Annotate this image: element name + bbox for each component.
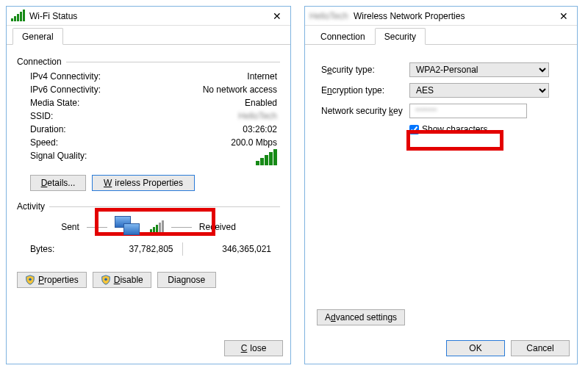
row-media-state: Media State: Enabled	[17, 96, 280, 109]
activity-bars-icon	[150, 222, 164, 232]
encryption-type-select[interactable]: AES	[409, 83, 549, 98]
wireless-properties-window: HelloTech Wireless Network Properties ✕ …	[304, 6, 578, 364]
properties-button[interactable]: Properties	[17, 272, 87, 288]
title-bar: HelloTech Wireless Network Properties ✕	[305, 7, 577, 26]
cancel-button[interactable]: Cancel	[511, 340, 570, 356]
connection-button-row: Details... Wireless Properties	[17, 175, 280, 191]
wireless-properties-button[interactable]: Wireless Properties	[92, 175, 195, 191]
close-button[interactable]: Close	[224, 340, 283, 356]
activity-graphic: Sent Received	[17, 216, 280, 238]
row-ipv6: IPv6 Connectivity: No network access	[17, 83, 280, 96]
security-type-select[interactable]: WPA2-Personal	[409, 62, 549, 77]
status-footer: Close	[7, 336, 290, 364]
window-title: Wi-Fi Status	[29, 11, 268, 21]
line-icon	[171, 227, 192, 228]
shield-icon	[101, 275, 111, 285]
window-title: HelloTech Wireless Network Properties	[309, 11, 555, 21]
close-icon[interactable]: ✕	[268, 10, 286, 22]
wifi-status-window: Wi-Fi Status ✕ General Connection IPv4 C…	[6, 6, 291, 364]
svg-point-1	[104, 278, 107, 281]
tab-security[interactable]: Security	[375, 28, 426, 45]
row-show-characters: Show characters	[317, 123, 565, 136]
tab-strip: Connection Security	[305, 26, 577, 45]
signal-quality-icon	[256, 151, 277, 165]
section-connection: Connection	[17, 57, 280, 67]
line-icon	[87, 227, 107, 228]
shield-icon	[25, 275, 35, 285]
activity-received-label: Received	[199, 222, 236, 232]
separator	[182, 242, 183, 256]
bottom-button-row: Properties Disable Diagnose	[17, 272, 280, 288]
row-signal-quality: Signal Quality:	[17, 149, 280, 169]
wifi-signal-icon	[11, 11, 25, 21]
details-button[interactable]: Details...	[30, 175, 86, 191]
row-security-type: Security type: WPA2-Personal	[317, 61, 565, 79]
row-encryption-type: Encryption type: AES	[317, 82, 565, 99]
row-ssid: SSID: HelloTech	[17, 109, 280, 123]
props-footer: OK Cancel	[305, 336, 577, 364]
section-activity: Activity	[17, 201, 280, 212]
bytes-received-value: 346,365,021	[187, 244, 275, 254]
row-speed: Speed: 200.0 Mbps	[17, 136, 280, 149]
disable-button[interactable]: Disable	[93, 272, 151, 288]
props-body: Security type: WPA2-Personal Encryption …	[305, 45, 577, 336]
show-characters-checkbox[interactable]: Show characters	[409, 124, 562, 134]
title-bar: Wi-Fi Status ✕	[7, 7, 290, 26]
row-ipv4: IPv4 Connectivity: Internet	[17, 70, 280, 83]
diagnose-button[interactable]: Diagnose	[157, 272, 216, 288]
bytes-sent-value: 37,782,805	[89, 244, 178, 254]
tab-strip: General	[7, 26, 290, 45]
row-network-key: Network security key •••••••	[317, 102, 565, 120]
row-bytes: Bytes: 37,782,805 346,365,021	[17, 239, 280, 257]
svg-point-0	[29, 278, 32, 281]
show-characters-input[interactable]	[409, 125, 419, 134]
tab-connection[interactable]: Connection	[311, 28, 375, 45]
status-body: Connection IPv4 Connectivity: Internet I…	[7, 45, 290, 336]
ssid-value: HelloTech	[238, 111, 277, 121]
ok-button[interactable]: OK	[446, 340, 505, 356]
close-icon[interactable]: ✕	[555, 10, 573, 22]
tab-general[interactable]: General	[12, 28, 63, 45]
advanced-settings-button[interactable]: Advanced settings	[317, 309, 405, 325]
activity-sent-label: Sent	[61, 222, 79, 232]
network-monitor-icon	[115, 216, 141, 238]
row-duration: Duration: 03:26:02	[17, 123, 280, 136]
